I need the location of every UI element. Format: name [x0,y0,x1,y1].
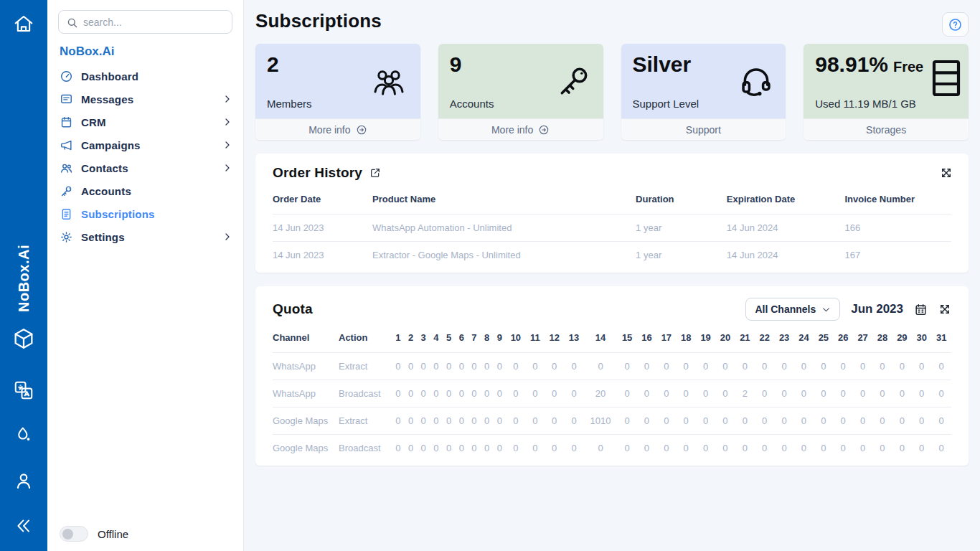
offline-toggle[interactable] [60,526,88,542]
quota-value-cell: 0 [564,435,583,462]
quota-day-header: 20 [715,324,735,353]
page-title: Subscriptions [255,10,969,32]
quota-value-cell: 0 [443,380,456,408]
quota-day-header: 5 [443,324,456,353]
quota-value-cell: 0 [715,435,735,462]
order-history-cell: 14 Jun 2024 [727,215,845,242]
quota-day-header: 12 [545,324,564,353]
members-more-info-link[interactable]: More info [255,118,420,140]
storages-footer-link[interactable]: Storages [804,118,969,140]
collapse-sidebar-icon[interactable] [0,517,47,535]
sidebar-item-contacts[interactable]: Contacts [47,156,243,179]
order-history-row: 14 Jun 2023WhatsApp Automation - Unlimit… [273,215,951,242]
quota-channel-cell: Google Maps [273,435,339,462]
quota-value-cell: 0 [417,353,430,380]
quota-day-header: 10 [506,324,525,353]
offline-toggle-row: Offline [60,526,128,542]
quota-value-cell: 0 [506,380,525,408]
storage-card: 98.91% Free Used 11.19 MB/1 GB Storages [804,44,969,140]
storage-percent-suffix: Free [893,60,923,75]
quota-day-header: 29 [892,324,912,353]
search-box [58,10,232,34]
support-footer-link[interactable]: Support [621,118,786,140]
quota-value-cell: 0 [617,435,636,462]
sidebar-item-subscriptions[interactable]: Subscriptions [47,202,243,225]
quota-value-cell: 0 [834,435,853,462]
quota-value-cell: 0 [417,408,430,435]
quota-row: WhatsAppExtract0000000000000000000000000… [273,353,951,380]
storage-usage-label: Used 11.19 MB/1 GB [815,98,957,110]
key-icon [60,184,73,198]
quota-value-cell: 0 [696,435,715,462]
sidebar-item-messages[interactable]: Messages [47,88,243,110]
storages-footer-label: Storages [866,124,906,136]
order-history-cell: 166 [844,215,951,242]
calendar-icon[interactable] [914,303,928,316]
ink-drop-icon[interactable] [0,425,47,445]
quota-value-cell: 0 [481,353,494,380]
sidebar-item-settings[interactable]: Settings [47,225,243,248]
quota-action-cell: Extract [339,353,392,380]
quota-value-cell: 0 [526,408,545,435]
external-link-icon[interactable] [369,167,381,179]
column-header: Product Name [372,185,636,215]
quota-expand-icon[interactable] [938,303,951,316]
sidebar-item-label: Accounts [81,185,131,197]
quota-channel-header: Channel [273,324,339,353]
accounts-label: Accounts [450,98,592,110]
support-card: Silver Support Level Support [621,44,786,140]
quota-value-cell: 0 [506,435,525,462]
order-history-cell: Extractor - Google Maps - Unlimited [372,242,636,269]
quota-value-cell: 0 [715,408,735,435]
order-history-body: 14 Jun 2023WhatsApp Automation - Unlimit… [273,215,951,269]
quota-day-header: 23 [774,324,793,353]
sidebar-item-campaigns[interactable]: Campaigns [47,133,243,156]
chevron-right-icon [223,118,232,126]
accounts-more-info-link[interactable]: More info [438,118,603,140]
quota-value-cell: 0 [853,380,872,408]
quota-value-cell: 0 [677,435,696,462]
quota-month-label: Jun 2023 [851,302,903,316]
quota-value-cell: 0 [715,353,735,380]
quota-value-cell: 0 [430,353,443,380]
quota-value-cell: 0 [617,353,636,380]
quota-value-cell: 0 [735,408,755,435]
quota-value-cell: 0 [912,435,931,462]
quota-value-cell: 0 [656,435,676,462]
quota-value-cell: 0 [872,353,892,380]
stat-cards: 2 Members More info 9 Accounts [255,44,969,140]
quota-value-cell: 0 [392,408,405,435]
quota-value-cell: 0 [774,353,793,380]
toggle-knob [62,529,73,540]
quota-title: Quota [273,301,313,317]
package-icon[interactable] [0,326,47,351]
quota-value-cell: 0 [735,353,755,380]
order-history-expand-icon[interactable] [940,166,953,179]
quota-value-cell: 0 [677,380,696,408]
quota-value-cell: 0 [814,353,833,380]
translate-icon[interactable] [0,380,47,401]
quota-value-cell: 0 [545,408,564,435]
quota-day-header: 1 [392,324,405,353]
quota-value-cell: 0 [506,408,525,435]
quota-value-cell: 0 [564,408,583,435]
sidebar-item-crm[interactable]: CRM [47,110,243,133]
channel-filter-select[interactable]: All Channels [745,298,840,321]
quota-value-cell: 0 [481,408,494,435]
sidebar-item-dashboard[interactable]: Dashboard [47,65,243,88]
sidebar-item-accounts[interactable]: Accounts [47,179,243,202]
members-icon [369,64,409,98]
quota-value-cell: 0 [443,408,456,435]
quota-value-cell: 0 [872,380,892,408]
order-history-cell: 14 Jun 2024 [727,242,845,269]
rail-brand-vertical: NoBox.Ai [0,235,47,321]
quota-value-cell: 0 [892,353,912,380]
quota-value-cell: 20 [584,380,618,408]
help-button[interactable] [942,12,969,37]
home-icon[interactable] [0,13,47,34]
quota-row: Google MapsExtract0000000000000101000000… [273,408,951,435]
profile-icon[interactable] [0,470,47,491]
quota-value-cell: 0 [405,353,418,380]
sidebar-item-label: Messages [81,93,133,105]
search-input[interactable] [59,11,232,33]
